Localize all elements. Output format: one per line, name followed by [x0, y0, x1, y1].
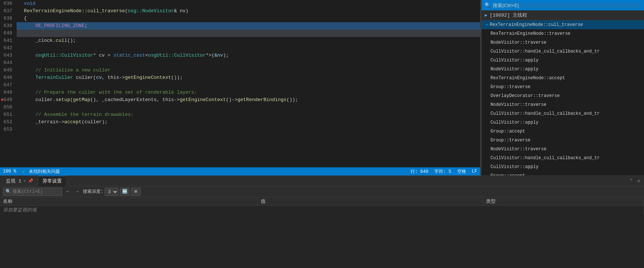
callstack-search-bar: 🔍 — [482, 0, 644, 10]
callstack-item[interactable]: NodeVisitor::apply — [482, 65, 644, 74]
code-line: 641 _clock.cull(); — [0, 37, 480, 44]
callstack-item[interactable]: Group::accept — [482, 171, 644, 175]
panel-expand-icon[interactable]: ⌃ — [627, 178, 635, 184]
callstack-item[interactable]: RexTerrainEngineNode::accept — [482, 74, 644, 83]
callstack-item-label: OverlayDecorator::traverse — [490, 92, 560, 100]
line-code — [17, 59, 480, 67]
code-line: 651 // Assemble the terrain drawables: — [0, 111, 480, 118]
line-code: // Assemble the terrain drawables: — [17, 111, 480, 118]
watch-panel: 名称 值 类型 添加要监视的项 — [0, 197, 644, 268]
filter-button[interactable]: 🔤 — [120, 188, 129, 196]
nav-right-button[interactable]: → — [73, 188, 81, 196]
no-issues-text: 未找到相关问题 — [29, 169, 60, 174]
code-line: 650 — [0, 104, 480, 111]
callstack-search-input[interactable] — [493, 3, 641, 8]
line-number: 642 — [0, 44, 17, 52]
tab-exception-settings-label: 异常设置 — [43, 178, 62, 184]
callstack-item[interactable]: OverlayDecorator::traverse — [482, 91, 644, 100]
callstack-item[interactable]: CullVisitor::handle_cull_callbacks_and_t… — [482, 109, 644, 118]
code-line: 648 // Prepare the culler with the set o… — [0, 89, 480, 96]
line-number: 643 — [0, 52, 17, 59]
code-line: 643 osgUtil::CullVisitor* cv = static_ca… — [0, 52, 480, 59]
callstack-list[interactable]: RexTerrainEngineNode::cull_traverseRexTe… — [482, 20, 644, 175]
thread-header: ▶ [10692] 主线程 — [482, 10, 644, 20]
line-code — [17, 30, 480, 37]
callstack-item[interactable]: Group::traverse — [482, 136, 644, 145]
code-line: 642 — [0, 44, 480, 52]
line-number: 640 — [0, 30, 17, 37]
code-line: 639 OE_PROFILING_ZONE; — [0, 22, 480, 30]
add-watch-hint[interactable]: 添加要监视的项 — [0, 206, 644, 214]
line-code: { — [17, 15, 480, 22]
callstack-item[interactable]: NodeVisitor::traverse — [482, 38, 644, 47]
tab-exception-settings[interactable]: 异常设置 — [38, 176, 67, 186]
search-placeholder-watch: 搜索(Ctrl+E) — [13, 188, 43, 195]
line-number: 641 — [0, 37, 17, 44]
encoding-info: LF — [472, 169, 477, 174]
search-box-watch[interactable]: 🔍 搜索(Ctrl+E) — [3, 188, 62, 196]
panel-close-icon[interactable]: ✕ — [635, 178, 643, 184]
line-number: 636 — [0, 0, 17, 7]
code-line: 652 _terrain->accept(culler); — [0, 118, 480, 126]
line-number: 648 — [0, 89, 17, 96]
callstack-item[interactable]: CullVisitor::handle_cull_callbacks_and_t… — [482, 154, 644, 163]
depth-label: 搜索深度: — [83, 188, 103, 195]
collapse-button[interactable]: ⊞ — [131, 188, 141, 196]
callstack-item-label: NodeVisitor::traverse — [490, 101, 546, 108]
callstack-item[interactable]: RexTerrainEngineNode::cull_traverse — [482, 20, 644, 29]
callstack-item[interactable]: RexTerrainEngineNode::traverse — [482, 29, 644, 38]
code-editor: 636 void637 RexTerrainEngineNode::cull_t… — [0, 0, 480, 175]
callstack-item-label: CullVisitor::apply — [490, 119, 539, 126]
line-number: 637 — [0, 7, 17, 15]
callstack-item-label: RexTerrainEngineNode::accept — [490, 74, 565, 82]
code-content: 636 void637 RexTerrainEngineNode::cull_t… — [0, 0, 480, 167]
line-number: 638 — [0, 15, 17, 22]
line-code: RexTerrainEngineNode::cull_traverse(osg:… — [17, 7, 480, 15]
line-info: 行: 640 — [411, 168, 428, 175]
callstack-item-label: NodeVisitor::apply — [490, 66, 539, 73]
tab-watch1-label: 监视 1 — [6, 178, 21, 184]
search-icon-callstack: 🔍 — [485, 2, 490, 8]
line-code: culler.setup(getMap(), _cachedLayerExten… — [17, 96, 480, 104]
callstack-item[interactable]: NodeVisitor::traverse — [482, 100, 644, 109]
tab-watch1[interactable]: 监视 1 ✕ 📌 — [1, 176, 38, 186]
search-icon-watch: 🔍 — [6, 189, 11, 194]
callstack-item[interactable]: CullVisitor::apply — [482, 56, 644, 65]
tab-watch1-close[interactable]: ✕ — [24, 178, 26, 183]
watch-table: 名称 值 类型 — [0, 197, 644, 206]
line-number: 646 — [0, 74, 17, 81]
line-code: _clock.cull(); — [17, 37, 480, 44]
col-value: 值 — [257, 197, 483, 206]
line-code: // Initialize a new culler — [17, 67, 480, 74]
code-line: 647 — [0, 81, 480, 89]
char-info: 字符: 5 — [434, 168, 451, 175]
callstack-item[interactable]: CullVisitor::apply — [482, 118, 644, 127]
code-table: 636 void637 RexTerrainEngineNode::cull_t… — [0, 0, 480, 133]
line-code — [17, 126, 480, 133]
depth-value-select[interactable]: 3125 — [105, 188, 118, 196]
col-type: 类型 — [483, 197, 644, 206]
line-number: 653 — [0, 126, 17, 133]
bottom-panel-inner: 名称 值 类型 添加要监视的项 — [0, 197, 644, 268]
line-number: 645 — [0, 67, 17, 74]
depth-selector: 搜索深度: 3125 — [83, 188, 118, 196]
callstack-item[interactable]: Group::accept — [482, 127, 644, 136]
callstack-item-label: Group::accept — [490, 128, 525, 135]
line-number: 639 — [0, 22, 17, 30]
callstack-item-label: Group::accept — [490, 172, 525, 175]
callstack-item-label: Group::traverse — [490, 83, 530, 91]
callstack-item[interactable]: CullVisitor::handle_cull_callbacks_and_t… — [482, 47, 644, 56]
bottom-toolbar: 🔍 搜索(Ctrl+E) ← → 搜索深度: 3125 🔤 ⊞ — [0, 186, 644, 197]
line-code: osgUtil::CullVisitor* cv = static_cast<o… — [17, 52, 480, 59]
zoom-level[interactable]: 100 % — [3, 169, 16, 174]
callstack-item-label: CullVisitor::apply — [490, 163, 539, 171]
callstack-item[interactable]: Group::traverse — [482, 83, 644, 91]
watch-content: 添加要监视的项 — [0, 206, 644, 268]
callstack-item[interactable]: NodeVisitor::traverse — [482, 145, 644, 154]
code-scroll[interactable]: 636 void637 RexTerrainEngineNode::cull_t… — [0, 0, 480, 141]
tab-pin-icon[interactable]: 📌 — [28, 178, 33, 183]
no-issues-indicator: ✔ 未找到相关问题 — [22, 168, 60, 175]
nav-left-button[interactable]: ← — [64, 188, 72, 196]
line-code — [17, 81, 480, 89]
callstack-item[interactable]: CullVisitor::apply — [482, 163, 644, 171]
